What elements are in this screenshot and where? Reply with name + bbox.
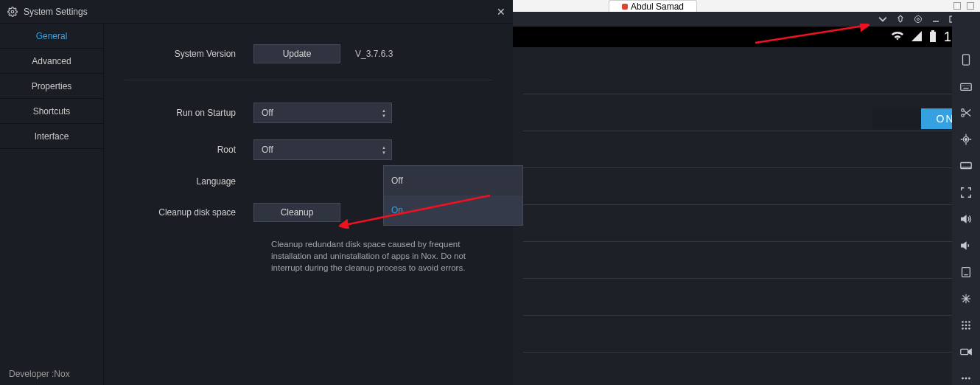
dialog-titlebar[interactable]: System Settings ✕: [0, 0, 513, 24]
svg-point-2: [915, 16, 922, 23]
browser-tab[interactable]: Abdul Samad: [609, 0, 697, 12]
record-icon[interactable]: [959, 345, 973, 358]
cleanup-label: Cleanup disk space: [125, 207, 253, 218]
run-on-startup-value: Off: [254, 108, 273, 118]
developer-footer: Developer :Nox: [0, 369, 103, 385]
system-version-label: System Version: [125, 49, 253, 59]
run-on-startup-select[interactable]: Off ▲▼: [253, 103, 392, 123]
minimize-icon[interactable]: [953, 2, 961, 10]
scissors-icon[interactable]: [959, 106, 973, 119]
display-icon[interactable]: [959, 159, 973, 173]
browser-topbar: Abdul Samad: [513, 0, 980, 12]
gear-icon: [7, 7, 18, 17]
svg-point-15: [965, 321, 967, 323]
phone-status-bar: 1:48: [513, 27, 980, 47]
emulator-row[interactable]: [523, 254, 970, 279]
stepper-icon: ▲▼: [377, 108, 391, 118]
sparkle-icon[interactable]: [959, 292, 973, 305]
fullscreen-icon[interactable]: [959, 186, 973, 199]
svg-point-1: [917, 18, 920, 21]
sidenav-properties[interactable]: Properties: [0, 74, 103, 99]
settings-content: System Version Update V_3.7.6.3 Run on S…: [104, 24, 513, 385]
emulator-row[interactable]: [523, 327, 970, 353]
svg-point-11: [965, 139, 967, 141]
sidebar-nav: General Advanced Properties Shortcuts In…: [0, 24, 104, 385]
emulator-side-toolbar: [952, 15, 980, 385]
svg-rect-13: [962, 268, 970, 277]
signal-icon: [911, 31, 922, 44]
browser-window-controls: [953, 2, 980, 10]
svg-point-18: [965, 325, 967, 327]
pin-icon[interactable]: [896, 15, 905, 24]
battery-icon: [929, 30, 937, 44]
cleanup-description: Cleanup redundant disk space caused by f…: [271, 238, 492, 274]
emulator-window: 1:48 ON: [513, 12, 980, 385]
apk-icon[interactable]: [959, 266, 973, 279]
svg-point-20: [962, 327, 964, 330]
root-value: Off: [254, 145, 273, 155]
stepper-icon: ▲▼: [377, 145, 391, 155]
keyboard-icon[interactable]: [959, 80, 973, 93]
emulator-tray: [513, 12, 980, 27]
svg-point-8: [962, 109, 965, 112]
minimize-icon[interactable]: [931, 15, 940, 24]
root-option-off[interactable]: Off: [384, 166, 522, 195]
system-settings-dialog: System Settings ✕ General Advanced Prope…: [0, 0, 513, 385]
svg-point-21: [965, 327, 967, 330]
root-dropdown: Off On: [383, 165, 523, 226]
update-button[interactable]: Update: [253, 44, 340, 63]
dialog-body: General Advanced Properties Shortcuts In…: [0, 24, 513, 385]
emulator-wrapper: Abdul Samad 1:48 ON: [513, 0, 980, 385]
run-on-startup-label: Run on Startup: [125, 108, 253, 118]
browser-tab-label: Abdul Samad: [631, 1, 684, 12]
toggle-off: [872, 108, 921, 129]
volume-down-icon[interactable]: [959, 239, 973, 252]
emulator-row[interactable]: ON: [523, 106, 970, 131]
svg-point-0: [11, 10, 14, 13]
emulator-row[interactable]: [523, 69, 970, 94]
svg-point-16: [968, 321, 970, 323]
svg-point-17: [962, 325, 964, 327]
system-version-value: V_3.7.6.3: [355, 49, 393, 59]
sidenav-advanced[interactable]: Advanced: [0, 49, 103, 74]
location-icon[interactable]: [959, 133, 973, 146]
svg-point-26: [968, 378, 970, 380]
rotate-icon[interactable]: [959, 53, 973, 66]
emulator-row[interactable]: [523, 180, 970, 205]
emulator-content: ON: [513, 47, 980, 353]
svg-rect-6: [963, 55, 970, 65]
cleanup-button[interactable]: Cleanup: [253, 203, 340, 222]
sidenav-general[interactable]: General: [0, 24, 103, 49]
svg-point-19: [968, 325, 970, 327]
grid-icon[interactable]: [959, 319, 973, 332]
gear-icon[interactable]: [914, 15, 923, 24]
chevron-down-icon[interactable]: [878, 15, 887, 24]
dialog-title: System Settings: [24, 7, 88, 17]
svg-point-25: [965, 378, 967, 380]
favicon-icon: [622, 4, 628, 10]
emulator-row[interactable]: [523, 143, 970, 168]
language-label: Language: [125, 176, 253, 187]
svg-point-22: [968, 327, 970, 330]
more-icon[interactable]: [959, 372, 973, 385]
sidenav-shortcuts[interactable]: Shortcuts: [0, 99, 103, 124]
sidenav-interface[interactable]: Interface: [0, 124, 103, 149]
root-label: Root: [125, 145, 253, 155]
svg-point-9: [962, 114, 965, 117]
svg-rect-7: [961, 83, 971, 90]
volume-up-icon[interactable]: [959, 212, 973, 226]
svg-rect-5: [930, 32, 936, 42]
divider: [125, 80, 492, 80]
emulator-row[interactable]: [523, 217, 970, 242]
svg-rect-23: [961, 349, 968, 354]
root-option-on[interactable]: On: [384, 195, 522, 225]
wifi-icon: [891, 31, 904, 44]
root-select[interactable]: Off ▲▼: [253, 139, 392, 160]
svg-point-14: [962, 321, 964, 323]
emulator-row[interactable]: [523, 291, 970, 316]
svg-point-24: [962, 378, 964, 380]
svg-rect-4: [931, 30, 934, 32]
close-icon[interactable]: ✕: [497, 6, 505, 18]
restore-icon[interactable]: [967, 2, 974, 10]
